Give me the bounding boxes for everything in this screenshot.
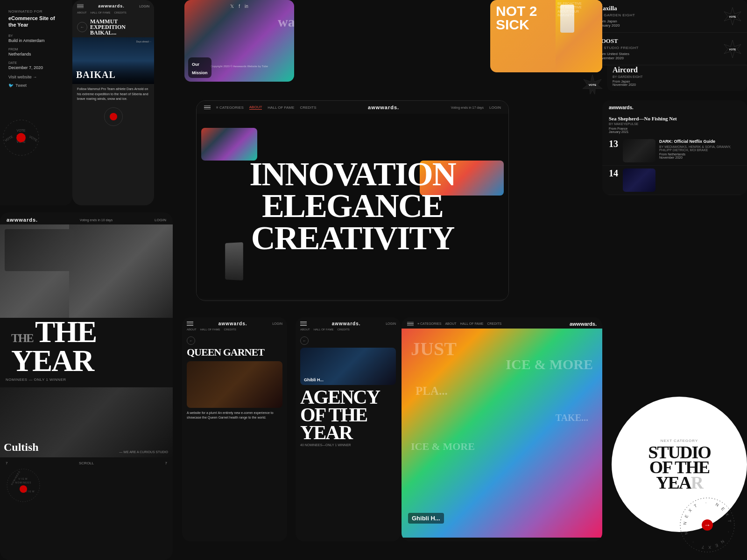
product-3d (225, 242, 243, 280)
blm-login[interactable]: LOGIN (155, 218, 166, 222)
qg-description: A website for a plum! An entirely new e-… (187, 411, 282, 420)
facebook-social-icon[interactable]: f (239, 4, 240, 9)
agency-icon-row: ← (300, 336, 396, 345)
maxilla-vote[interactable]: VOTE (724, 7, 741, 25)
nav-categories[interactable]: ≡ CATEGORIES (216, 105, 244, 110)
mobile-login[interactable]: LOGIN (139, 5, 149, 8)
mlr-header: ≡ CATEGORIES ABOUT HALL OF FAME CREDITS … (402, 317, 602, 329)
main-screenshot: ≡ CATEGORIES ABOUT HALL OF FAME CREDITS … (196, 100, 509, 301)
back-arrow: ← (189, 339, 193, 343)
mlr-categories[interactable]: ≡ CATEGORIES (417, 322, 441, 326)
qg-back-icon[interactable]: ← (187, 336, 195, 345)
agency-nav-hall[interactable]: HALL OF FAME (314, 328, 334, 331)
aircord-title: Aircord (613, 66, 741, 74)
svg-point-4 (16, 133, 26, 142)
maxilla-title: Maxilla (597, 5, 740, 12)
right-list-panel: awwwards. Sea Shepherd—No Fishing Net BY… (602, 100, 747, 195)
mobile-nav-hall[interactable]: HALL OF FAME (91, 11, 111, 14)
agency-back-icon[interactable]: ← (300, 336, 309, 345)
from-value: Netherlands (8, 52, 64, 56)
qg-header: awwwards. LOGIN (182, 317, 287, 328)
svg-text:→: → (704, 521, 711, 529)
agency-hamburger[interactable] (300, 322, 307, 326)
tweet-label: Tweet (15, 83, 27, 88)
nav-credits[interactable]: CREDITS (300, 105, 316, 110)
sea-shepherd-title: Sea Shepherd—No Fishing Net (609, 116, 740, 121)
agency-title: AGENCYOF THE YEAR (300, 389, 396, 441)
not-sick-micro-text: BE PROACTIVENOT REACTIVEABOUT YOURIMMUNI… (556, 0, 602, 20)
agency-back-arrow: ← (303, 339, 306, 343)
not-sick-title: NOT 2 SICK (496, 5, 537, 31)
qg-login[interactable]: LOGIN (272, 322, 282, 325)
innovation-line2: ELEGANCE (249, 190, 455, 222)
maxilla-entry: Maxilla BY GARDEN EIGHT From Japan Janua… (591, 0, 747, 33)
qg-nav-hall[interactable]: HALL OF FAME (200, 328, 220, 331)
qg-nav-about[interactable]: ABOUT (187, 328, 197, 331)
main-login[interactable]: LOGIN (489, 105, 501, 110)
entry-13-num: 13 (609, 139, 619, 148)
mlr-hall[interactable]: HALL OF FAME (460, 322, 484, 326)
entry-13-title: DARK: Official Netflix Guide (659, 139, 740, 144)
twitter-social-icon[interactable]: 𝕏 (230, 4, 234, 9)
collage-text-3: PLA... (416, 385, 448, 398)
main-ss-nav: ≡ CATEGORIES ABOUT HALL OF FAME CREDITS (204, 105, 317, 110)
entry-13-date: November 2020 (659, 156, 740, 159)
tweet-button[interactable]: 🐦 Tweet (8, 83, 64, 88)
scroll-label[interactable]: SCROLL (79, 461, 94, 465)
social-icons: 𝕏 f in (230, 4, 248, 9)
ghibli-banner: Ghibli H... (408, 513, 444, 524)
aircord-origin: From Japan (613, 80, 741, 83)
nav-about[interactable]: ABOUT (249, 105, 262, 110)
sea-shepherd-date: January 2021 (609, 130, 740, 133)
main-ss-header: ≡ CATEGORIES ABOUT HALL OF FAME CREDITS … (197, 101, 508, 114)
play-button[interactable] (104, 107, 123, 126)
svg-text:VOTE: VOTE (729, 15, 736, 18)
cultish-title: Cultish (4, 441, 39, 453)
mlr-logo: awwwards. (570, 321, 597, 327)
agency-logo: awwwards. (332, 321, 361, 326)
entry-13-origin: From Netherlands (659, 153, 740, 156)
linkedin-social-icon[interactable]: in (245, 4, 248, 9)
qg-img-inner (187, 361, 282, 408)
not-sick-bg: NOT 2 SICK BE PROACTIVENOT REACTIVEABOUT… (490, 0, 602, 72)
boost-entry: BOOST BY STUDIO FREIGHT From United Stat… (591, 33, 747, 65)
queen-garnet-mockup: awwwards. LOGIN ABOUT HALL OF FAME CREDI… (182, 317, 287, 541)
back-icon[interactable]: ← (77, 22, 87, 32)
qg-nav-credits[interactable]: CREDITS (224, 328, 236, 331)
view-nominees-circle[interactable]: VIEW NOMINEES VIEW NOMINEES (5, 467, 42, 504)
next-circle[interactable]: NEXT · NEXT · NEXT · NEXT · NEXT · → (677, 495, 738, 555)
sea-shepherd-origin: From France (609, 127, 740, 130)
svg-text:VOTE: VOTE (589, 84, 596, 86)
svg-text:VIEW: VIEW (19, 477, 28, 480)
nav-hall[interactable]: HALL OF FAME (268, 105, 294, 110)
baikal-play-section (72, 105, 154, 129)
mlr-credits[interactable]: CREDITS (487, 322, 501, 326)
mobile-nav-credits[interactable]: CREDITS (114, 11, 126, 14)
not-sick-card: NOT 2 SICK BE PROACTIVENOT REACTIVEABOUT… (490, 0, 602, 72)
baikal-image: BAIKAL Days ahead ··· (72, 37, 154, 84)
main-hamburger[interactable] (204, 105, 211, 110)
qg-hamburger[interactable] (187, 322, 193, 326)
blm-header: awwwards. Voting ends in 10 days LOGIN (0, 212, 173, 224)
maxilla-boost-entries: Maxilla BY GARDEN EIGHT From Japan Janua… (591, 0, 747, 65)
vote-circle-left[interactable]: VOTE VOTE VOTE VOTE VOTE (0, 117, 42, 159)
main-img-left (201, 128, 257, 161)
agency-nav-about[interactable]: ABOUT (300, 328, 310, 331)
mlr-hamburger[interactable] (407, 322, 414, 326)
mobile-mockup-baikal: awwwards. LOGIN ABOUT HALL OF FAME CREDI… (72, 0, 154, 205)
agency-login[interactable]: LOGIN (386, 322, 396, 325)
visit-link[interactable]: Visit website → (8, 75, 64, 79)
blm-hero-collage (0, 224, 173, 318)
mlr-ghibli-text: Ghibli H... (412, 515, 440, 522)
the-prefix: THE (11, 332, 35, 344)
hamburger-icon[interactable] (77, 4, 84, 8)
agency-nav-credits[interactable]: CREDITS (337, 328, 349, 331)
aircord-author: BY GARDEN EIGHT (613, 75, 741, 78)
vote-badge-not-sick[interactable]: VOTE (583, 75, 602, 96)
mobile-nav-about[interactable]: ABOUT (77, 11, 87, 14)
blm-voting: Voting ends in 10 days (80, 218, 113, 222)
boost-vote[interactable]: VOTE (724, 40, 741, 58)
studio-title: STUDIOOF THEYEAR (648, 445, 711, 490)
agency-hero: ← Ghibli H... AGENCYOF THE YEAR 40 NOMIN… (296, 333, 401, 450)
mlr-about[interactable]: ABOUT (445, 322, 456, 326)
